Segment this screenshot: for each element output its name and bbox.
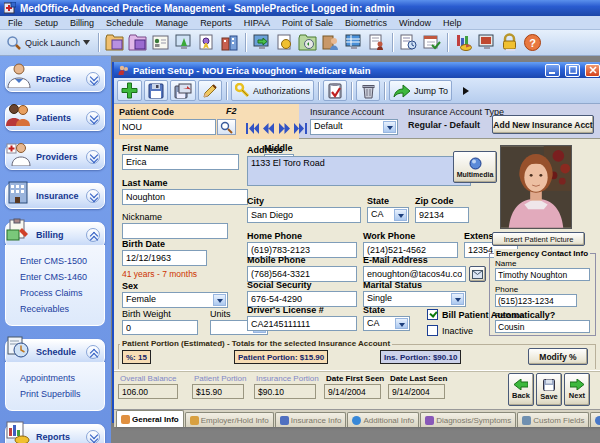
tab-insurance-info[interactable]: Insurance Info [275,412,347,427]
jump-to-menu-button[interactable] [454,80,478,101]
maximize-button[interactable] [565,64,580,77]
chevron-collapse-icon[interactable] [86,345,100,359]
terminal-icon[interactable] [343,32,364,53]
sidebar-item-receivables[interactable]: Receivables [20,301,100,317]
first-record-button[interactable] [245,121,259,136]
emergency-relation-input[interactable] [495,320,590,333]
jump-to-button[interactable]: Jump To [389,80,452,101]
sidebar-item-enter-cms-1460[interactable]: Enter CMS-1460 [20,269,100,285]
provider-card-icon[interactable] [150,32,171,53]
help-icon[interactable]: ? [522,32,543,53]
chevron-collapse-icon[interactable] [86,228,100,242]
birth-date-input[interactable] [122,250,207,266]
chevron-expand-icon[interactable] [86,430,100,443]
lab-monitor-icon[interactable] [173,32,194,53]
chevron-expand-icon[interactable] [86,72,100,86]
icd-codes-icon[interactable] [127,32,148,53]
nickname-input[interactable] [122,223,228,239]
chevron-expand-icon[interactable] [86,111,100,125]
graphs-icon[interactable] [453,32,474,53]
first-name-input[interactable] [122,154,239,170]
statements-icon[interactable] [366,32,387,53]
menu-schedule[interactable]: Schedule [100,17,150,29]
tab-employer-hold-info[interactable]: Employer/Hold Info [185,412,274,427]
modify-percent-button[interactable]: Modify % [528,348,588,365]
menu-reports[interactable]: Reports [194,17,238,29]
tab-appointments[interactable]: Appointments [590,412,600,427]
export-monitor-icon[interactable] [251,32,272,53]
claims-icon[interactable] [320,32,341,53]
practice-buildings-icon[interactable] [219,32,240,53]
sex-select[interactable]: Female [122,292,228,308]
send-email-button[interactable] [469,266,486,282]
report-scheduler-icon[interactable] [398,32,419,53]
menu-window[interactable]: Window [393,17,437,29]
sidebar-item-enter-cms-1500[interactable]: Enter CMS-1500 [20,253,100,269]
last-name-input[interactable] [122,189,248,205]
cpt-codes-icon[interactable] [104,32,125,53]
menu-hipaa[interactable]: HIPAA [238,17,276,29]
certificate-icon[interactable] [196,32,217,53]
save-button[interactable] [144,80,168,101]
edit-button[interactable] [198,80,222,101]
insurance-account-select[interactable]: Default [310,119,398,135]
save-record-button[interactable]: Save [536,373,562,406]
charges-icon[interactable] [274,32,295,53]
process-folder-icon[interactable] [297,32,318,53]
menu-setup[interactable]: Setup [29,17,65,29]
bill-patient-checkbox[interactable] [427,309,438,320]
address-input[interactable]: 1133 El Toro Road [247,156,471,186]
add-patient-button[interactable] [117,80,142,101]
emergency-phone-input[interactable] [495,294,577,307]
date-first-seen-value[interactable] [324,384,381,399]
menu-manage[interactable]: Manage [150,17,195,29]
authorizations-button[interactable]: Authorizations [231,80,314,101]
add-new-insurance-button[interactable]: Add New Insurance Acct [492,115,594,134]
patient-code-input[interactable] [119,119,216,135]
save-close-button[interactable] [170,80,196,101]
patient-window-titlebar[interactable]: Patient Setup - NOU Erica Noughton - Med… [114,62,600,78]
sidebar-item-print-superbills[interactable]: Print Superbills [20,386,100,402]
minimize-button[interactable] [545,64,560,77]
tab-additional-info[interactable]: Additional Info [347,412,419,427]
verify-button[interactable] [323,80,347,101]
lock-icon[interactable] [499,32,520,53]
delete-button[interactable] [356,80,380,101]
percent-box[interactable]: %: 15 [122,350,151,364]
last-record-button[interactable] [293,121,307,136]
next-record-button[interactable] [277,121,291,136]
drivers-license-input[interactable] [247,316,357,331]
sidebar-item-appointments[interactable]: Appointments [20,370,100,386]
menu-billing[interactable]: Billing [64,17,100,29]
patient-search-button[interactable] [217,119,236,135]
patient-window-icon [118,65,129,76]
next-button[interactable]: Next [564,373,590,406]
menu-help[interactable]: Help [437,17,468,29]
date-last-seen-value[interactable] [388,384,445,399]
menu-point-of-sale[interactable]: Point of Sale [276,17,339,29]
multimedia-button[interactable]: Multimedia [453,151,497,183]
insert-picture-button[interactable]: Insert Patient Picture [492,232,585,246]
custom-fields-icon [522,416,531,425]
back-button[interactable]: Back [508,373,534,406]
tab-custom-fields[interactable]: Custom Fields [517,412,589,427]
chevron-expand-icon[interactable] [86,189,100,203]
close-button[interactable] [585,64,600,77]
chevron-expand-icon[interactable] [86,150,100,164]
tab-diagnosis-symptoms[interactable]: Diagnosis/Symptoms [420,412,516,427]
tab-general-info[interactable]: General Info [116,410,184,427]
remote-monitor-icon[interactable] [476,32,497,53]
birth-weight-input[interactable] [122,320,198,335]
inactive-checkbox[interactable] [427,325,438,336]
previous-record-button[interactable] [261,121,275,136]
menu-biometrics[interactable]: Biometrics [339,17,393,29]
sidebar-item-process-claims[interactable]: Process Claims [20,285,100,301]
quick-launch-button[interactable]: Quick Launch [3,34,93,52]
dl-state-select[interactable]: CA [363,316,410,331]
city-input[interactable] [247,207,361,223]
emergency-name-input[interactable] [495,268,590,281]
menu-file[interactable]: File [2,17,29,29]
state-select[interactable]: CA [367,207,409,223]
zip-input[interactable] [415,207,469,223]
calendar-check-icon[interactable] [421,32,442,53]
